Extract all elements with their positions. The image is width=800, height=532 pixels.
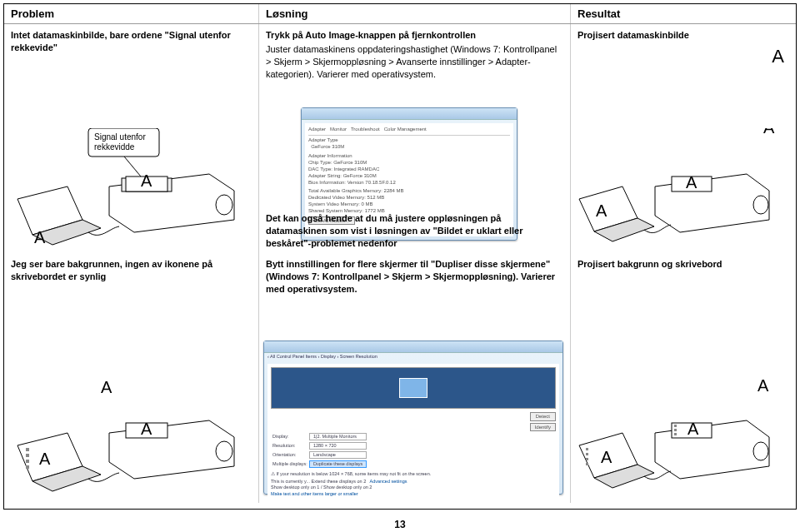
label-a: A [141,172,152,190]
problem-cell-2: Jeg ser bare bakgrunnen, ingen av ikonen… [4,253,258,503]
page-number: 13 [394,519,405,530]
svg-rect-11 [26,460,29,463]
diagram-laptop-projector-1: Signal utenfor rekkevidde [9,128,251,253]
identify-button[interactable]: Identify [530,423,556,431]
diagram-result-2: A A A [576,375,784,500]
svg-rect-16 [674,429,677,431]
problem-2-text: Jeg ser bare bakgrunnen, ingen av ikonen… [11,258,252,283]
svg-rect-19 [586,453,588,455]
svg-point-5 [753,196,768,214]
header-problem: Problem [4,4,258,23]
callout-line2: rekkevidde [94,142,135,152]
result-1-text: Projisert datamaskinbilde [578,29,789,42]
svg-point-7 [216,441,232,461]
label-a: A [39,450,51,468]
label-a: A [772,44,784,69]
laptop-icon [579,186,654,241]
label-a: A [763,128,775,137]
svg-rect-9 [26,448,29,451]
svg-rect-12 [26,465,29,469]
label-a: A [688,420,699,438]
solution-cell-1: Trykk på Auto Image-knappen på fjernkont… [258,24,571,253]
problem-1-text: Intet datamaskinbilde, bare ordene "Sign… [11,29,252,54]
detect-button[interactable]: Detect [530,412,556,420]
laptop-icon [18,433,101,491]
breadcrumb: ‹ All Control Panel Items › Display › Sc… [264,353,562,360]
table-header-row: Problem Løsning Resultat [4,4,796,24]
solution-1b: Juster datamaskinens oppdateringshastigh… [266,43,563,81]
laptop-icon [18,186,101,245]
window-titlebar [302,108,517,120]
laptop-icon [579,433,654,488]
header-result: Resultat [571,4,796,23]
solution-cell-2: Bytt innstillingen for flere skjermer ti… [258,253,571,503]
problem-cell-1: Intet datamaskinbilde, bare ordene "Sign… [4,24,258,253]
label-a: A [686,173,698,191]
diagram-laptop-projector-2: A A A [9,375,251,500]
svg-rect-10 [26,454,29,457]
diagram-result-1: A A A [576,128,784,253]
result-cell-1: Projisert datamaskinbilde A [571,24,796,253]
svg-line-1 [124,157,141,177]
solution-2-text: Bytt innstillingen for flere skjermer ti… [266,258,563,296]
solution-1a: Trykk på Auto Image-knappen på fjernkont… [266,29,563,42]
window-titlebar [264,341,562,353]
solution-1c: Det kan også hende at du må justere oppl… [266,212,563,250]
label-a: A [101,378,112,396]
screen-resolution-window: ‹ All Control Panel Items › Display › Sc… [263,341,563,495]
label-a: A [34,228,46,246]
svg-rect-20 [586,458,588,460]
table-row: Jeg ser bare bakgrunnen, ingen av ikonen… [4,253,796,503]
monitor-preview [271,367,556,409]
label-a: A [758,376,769,395]
svg-rect-17 [674,433,677,435]
svg-point-13 [753,442,768,460]
svg-rect-18 [586,448,588,450]
label-a: A [596,201,608,220]
result-2-text: Projisert bakgrunn og skrivebord [578,258,789,271]
callout-line1: Signal utenfor [94,132,146,142]
label-a: A [601,448,612,466]
label-a: A [141,420,152,438]
page-frame: Problem Løsning Resultat Intet datamaski… [3,3,797,510]
header-solution: Løsning [258,4,571,23]
svg-rect-15 [674,425,677,427]
svg-point-2 [216,195,232,215]
result-cell-2: Projisert bakgrunn og skrivebord [571,253,796,503]
svg-rect-21 [586,463,588,465]
table-row: Intet datamaskinbilde, bare ordene "Sign… [4,24,796,253]
